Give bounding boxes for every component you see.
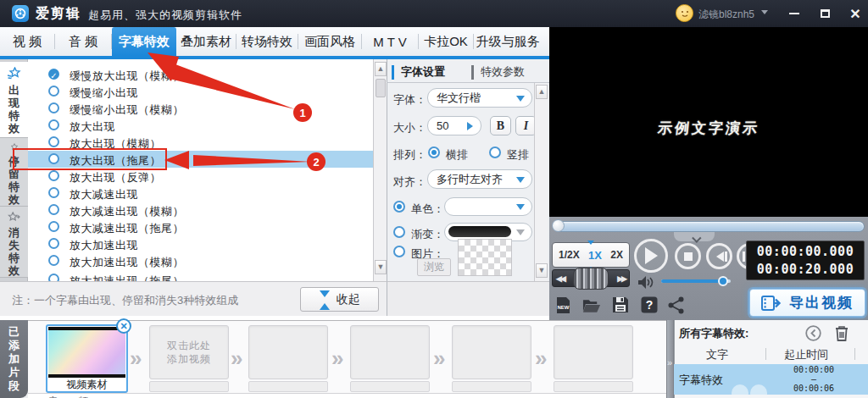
forward-icon[interactable]: ▶▶ [617, 274, 626, 283]
browse-button[interactable]: 浏览 [417, 258, 451, 276]
volume-icon[interactable] [637, 275, 654, 293]
radio-vertical[interactable] [489, 146, 501, 158]
empty-slot[interactable] [452, 325, 531, 379]
help-icon[interactable]: ? [640, 296, 659, 314]
effect-item[interactable]: 放大减速出现 [28, 185, 373, 202]
volume-thumb[interactable] [718, 276, 728, 286]
close-button[interactable]: ✕ [844, 3, 866, 24]
effect-label: 放大加速出现 [70, 238, 138, 253]
effect-item[interactable]: 放大减速出现（模糊） [28, 202, 373, 218]
slot-arrow-icon: » [535, 345, 547, 372]
radio-solid-color[interactable] [393, 201, 405, 213]
effect-item[interactable]: ✓缓慢放大出现（模糊） [28, 66, 373, 83]
clip-video-material[interactable]: 视频素材 [46, 324, 128, 393]
font-size-stepper[interactable]: 50 [427, 116, 481, 135]
tab-karaoke[interactable]: 卡拉OK [419, 27, 473, 56]
scrub-knob[interactable] [573, 268, 609, 290]
save-project-icon[interactable] [611, 296, 630, 314]
effect-item[interactable]: 放大加速出现（拖尾） [28, 271, 373, 281]
radio-gradient-color[interactable] [393, 226, 405, 238]
effect-item[interactable]: 放大出现（模糊） [28, 134, 373, 151]
empty-slot-add-video[interactable]: 双击此处 添加视频 [149, 325, 229, 379]
watermark-circle [750, 384, 767, 395]
username-label[interactable]: 滤镜bl8znh5 [698, 8, 754, 22]
effect-item[interactable]: 缓慢缩小出现 [28, 83, 373, 100]
slot-label-box [248, 381, 328, 392]
tab-effect-params[interactable]: 特效参数 [471, 64, 525, 80]
category-label: 出现特效 [8, 84, 20, 135]
seek-thumb[interactable] [552, 219, 565, 232]
open-project-icon[interactable] [582, 296, 601, 314]
font-panel-scrollbar[interactable]: ▲ ▼ [534, 83, 548, 281]
image-fill-preview[interactable] [458, 239, 512, 276]
speed-2x[interactable]: 2X [610, 249, 623, 261]
seek-bar[interactable] [553, 221, 865, 232]
empty-slot[interactable] [554, 325, 633, 379]
tab-upgrade-services[interactable]: 升级与服务 [474, 27, 542, 56]
chevron-down-icon [516, 204, 525, 214]
scroll-down-icon[interactable]: ▼ [375, 260, 387, 274]
align-select[interactable]: 多行时左对齐 [427, 169, 532, 189]
trash-icon[interactable] [834, 324, 849, 345]
category-tab-disappear[interactable]: 消失特效 [0, 207, 28, 278]
export-video-button[interactable]: 导出视频 [749, 289, 865, 317]
effect-item[interactable]: 放大出现（反弹） [28, 168, 373, 185]
clip-remove-icon[interactable]: ✕ [116, 318, 131, 334]
radio-horizontal[interactable] [428, 146, 440, 158]
effect-label: 放大减速出现 [70, 187, 138, 202]
effect-item[interactable]: 缓慢缩小出现（模糊） [28, 100, 373, 117]
effect-item[interactable]: 放大出现 [28, 117, 373, 134]
maximize-button[interactable] [814, 3, 836, 24]
empty-slot[interactable] [350, 325, 430, 379]
effects-scrollbar[interactable]: ▲ ▼ [373, 59, 387, 281]
effect-item[interactable]: 放大加速出现（模糊） [28, 252, 373, 269]
panel-divider[interactable]: » [666, 320, 674, 398]
radio-image-fill[interactable] [393, 246, 405, 257]
app-logo-icon [12, 5, 29, 22]
solid-color-select[interactable] [444, 197, 532, 216]
tab-overlay-material[interactable]: 叠加素材 [176, 27, 236, 56]
tab-picture-style[interactable]: 画面风格 [298, 27, 361, 56]
stop-button[interactable] [675, 243, 701, 269]
scroll-down-icon[interactable]: ▼ [536, 263, 548, 278]
new-project-icon[interactable]: NEW [554, 296, 572, 314]
radio-icon [48, 187, 59, 198]
collapse-button[interactable]: 收起 [300, 287, 379, 312]
play-button[interactable] [634, 239, 668, 273]
time-separator: — [767, 374, 860, 384]
scroll-thumb[interactable] [376, 79, 386, 97]
previous-frame-button[interactable] [706, 243, 732, 269]
tab-video[interactable]: 视 频 [0, 27, 54, 56]
return-icon[interactable] [805, 325, 821, 345]
column-text[interactable]: 文字 [706, 347, 728, 362]
divider-handle-icon[interactable]: » [667, 357, 672, 368]
effect-item[interactable]: 放大加速出现 [28, 235, 373, 252]
effect-item-selected[interactable]: 放大出现（拖尾） [28, 151, 373, 168]
controls-collapse-notch[interactable] [674, 232, 715, 241]
bold-button[interactable]: B [490, 116, 511, 135]
user-menu-caret-icon[interactable] [761, 10, 768, 18]
minimize-button[interactable] [783, 3, 805, 24]
user-avatar[interactable] [676, 4, 693, 22]
speed-1x[interactable]: 1X [588, 249, 602, 262]
added-clips-tab[interactable]: 已添加片段 [0, 320, 28, 398]
effect-item[interactable]: 放大减速出现（拖尾） [28, 218, 373, 235]
tab-audio[interactable]: 音 频 [55, 27, 111, 56]
scroll-up-icon[interactable]: ▲ [536, 85, 548, 99]
size-label: 大小： [393, 120, 426, 135]
scroll-up-icon[interactable]: ▲ [375, 62, 387, 76]
empty-slot[interactable] [248, 325, 328, 379]
scrub-wheel[interactable]: ◀◀ ▶▶ [552, 269, 630, 287]
subtitle-row[interactable]: 字幕特效 00:00:00 — 00:00:06 [674, 364, 868, 395]
tab-transition-effects[interactable]: 转场特效 [236, 27, 298, 56]
speed-half[interactable]: 1/2X [559, 249, 580, 261]
radio-icon [48, 274, 59, 281]
tab-subtitle-effects[interactable]: 字幕特效 [112, 27, 176, 56]
column-time[interactable]: 起止时间 [784, 347, 828, 362]
font-family-select[interactable]: 华文行楷 [427, 88, 532, 108]
tab-mtv[interactable]: M T V [362, 27, 418, 56]
share-icon[interactable] [667, 296, 686, 314]
rewind-icon[interactable]: ◀◀ [556, 274, 565, 283]
tab-font-settings[interactable]: 字体设置 [392, 64, 445, 80]
category-tab-stay[interactable]: 停留特效 [0, 138, 28, 207]
